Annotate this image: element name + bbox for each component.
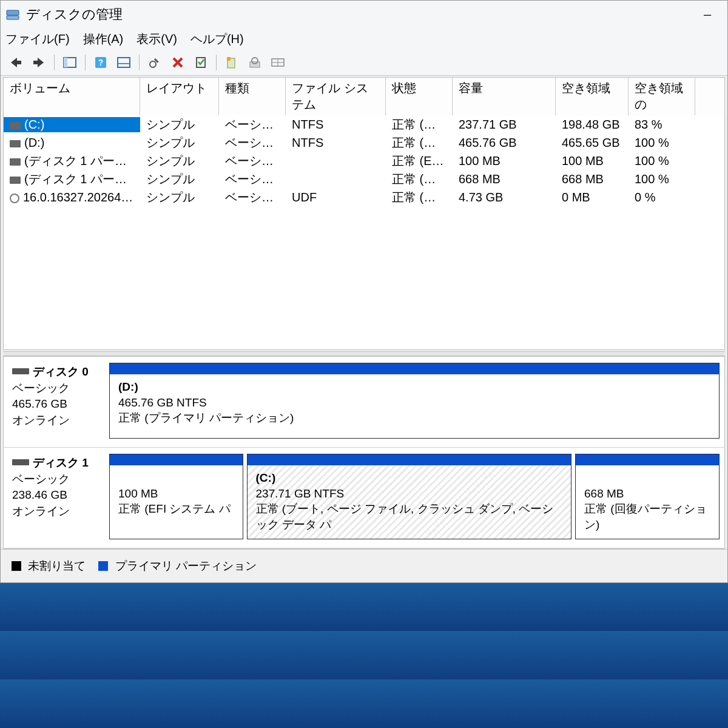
- title-bar[interactable]: ディスクの管理 –: [1, 1, 727, 29]
- menu-action[interactable]: 操作(A): [83, 31, 124, 47]
- menu-bar: ファイル(F) 操作(A) 表示(V) ヘルプ(H): [1, 29, 727, 49]
- svg-rect-1: [7, 16, 19, 19]
- menu-help[interactable]: ヘルプ(H): [190, 31, 244, 47]
- svg-rect-0: [7, 10, 19, 15]
- menu-file[interactable]: ファイル(F): [5, 31, 70, 47]
- app-icon: [5, 7, 20, 22]
- menu-view[interactable]: 表示(V): [136, 31, 177, 47]
- minimize-button[interactable]: –: [692, 2, 723, 27]
- disk-management-window: ディスクの管理 – ファイル(F) 操作(A) 表示(V) ヘルプ(H) ?: [0, 0, 728, 49]
- window-title: ディスクの管理: [26, 5, 123, 24]
